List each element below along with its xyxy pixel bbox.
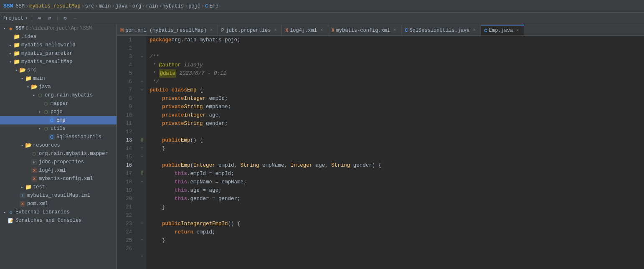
folder-icon-resources: 📂 [25,142,32,149]
arrow-mybatis-parameter: ▸ [8,51,13,56]
breadcrumb-mybatis[interactable]: mybatis [163,3,184,9]
gutter-15 [138,161,146,169]
sidebar-item-src[interactable]: ▾ 📂 src [0,66,117,74]
sidebar-item-test[interactable]: ▸ 📁 test [0,183,117,191]
tab-close-emp[interactable]: × [515,28,520,33]
settings-icon[interactable]: ⚙ [62,15,68,22]
java-icon-emp: C [48,117,55,124]
gutter-3[interactable]: ▾ [138,53,146,61]
tab-log4j[interactable]: X log4j.xml × [282,25,328,36]
arrow-mybatis-helloworld: ▸ [8,43,13,48]
sidebar-item-org-rain-mybatis-mapper[interactable]: ⬡ org.rain.mybatis.mapper [0,150,117,158]
arrow-resources: ▾ [19,143,25,148]
toolbar-dropdown-arrow[interactable]: ▾ [25,16,27,20]
line-num-10: 10 [117,111,134,119]
sidebar-item-org-rain-mybatis[interactable]: ▾ ⬡ org.rain.mybatis [0,91,117,99]
sidebar-item-pojo[interactable]: ▾ ⬡ pojo [0,108,117,116]
props-icon-jdbc: P [31,159,38,165]
tab-close-pom[interactable]: × [208,28,214,33]
gutter-7[interactable]: ▾ [138,86,146,94]
sidebar-item-sqlsessionutils[interactable]: C SqlSessionUtils [0,133,117,141]
tab-jdbc-properties[interactable]: P jdbc.properties × [218,25,282,36]
label-test: test [33,184,45,190]
tab-sqlsessionutils[interactable]: C SqlSessionUtils.java × [401,25,481,36]
sidebar-item-external-libs[interactable]: ▸ ⚙ External Libraries [0,208,117,216]
tab-close-jdbc[interactable]: × [272,28,278,33]
package-icon-utils: ⬡ [43,125,49,132]
breadcrumb-rain[interactable]: rain [146,3,158,9]
breadcrumb-org[interactable]: org [132,3,142,9]
sidebar-item-pom-xml[interactable]: X pom.xml [0,200,117,208]
right-panel: M pom.xml (mybatis_resultMap) × P jdbc.p… [117,24,644,269]
gutter-6[interactable]: ▾ [138,78,146,86]
sidebar-item-main[interactable]: ▾ 📁 main [0,74,117,83]
sidebar-item-idea[interactable]: 📁 .idea [0,33,117,41]
sidebar-item-resources[interactable]: ▾ 📂 resources [0,141,117,150]
sidebar-item-utils[interactable]: ▾ ⬡ utils [0,124,117,133]
collapse-icon[interactable]: — [72,15,79,22]
sidebar-item-mybatis-config[interactable]: X mybatis-config.xml [0,175,117,183]
tab-close-sqlsessionutils[interactable]: × [472,28,477,33]
tab-emp[interactable]: C Emp.java × [481,25,525,36]
label-pom: pom.xml [27,201,48,207]
toolbar-separator-2 [57,15,58,22]
code-line-5: * @date 2023/6/7 - 0:11 [146,69,644,78]
arrow-java: ▾ [25,85,31,89]
gutter-16-at: @ [138,169,146,178]
line-num-24: 24 [117,228,134,236]
package-icon-pojo: ⬡ [43,109,49,115]
sidebar-item-jdbc-properties[interactable]: P jdbc.properties [0,158,117,166]
breadcrumb-mybatis-resultmap[interactable]: mybatis_resultMap [29,3,80,9]
breadcrumb-src[interactable]: src [85,3,94,9]
tab-close-log4j[interactable]: × [319,28,325,33]
sidebar-item-mapper[interactable]: ⬡ mapper [0,99,117,108]
toolbar: Project ▾ ⊕ ⇄ ⚙ — [0,13,644,24]
scroll-to-file-icon[interactable]: ⇄ [46,15,53,22]
tab-label-log4j: log4j.xml [290,28,317,33]
arrow-src: ▾ [13,68,19,73]
breadcrumb-java[interactable]: java [116,3,128,9]
label-main: main [33,76,45,81]
gutter-21[interactable]: ▾ [138,219,146,227]
add-content-icon[interactable]: ⊕ [36,15,43,22]
label-pojo: pojo [51,109,63,115]
sidebar-item-scratches[interactable]: 📝 Scratches and Consoles [0,216,117,225]
line-num-16: 16 [117,161,134,170]
line-num-21: 21 [117,203,134,211]
tab-pom-xml[interactable]: M pom.xml (mybatis_resultMap) × [117,25,218,36]
sidebar-item-log4j[interactable]: X log4j.xml [0,166,117,175]
sidebar-item-iml[interactable]: I mybatis_resultMap.iml [0,191,117,200]
code-line-4: * @author liaojy [146,61,644,69]
line-num-15: 15 [117,153,134,161]
sidebar-item-java[interactable]: ▾ 📂 java [0,83,117,91]
gutter-23[interactable]: ▾ [138,236,146,244]
sidebar-item-emp[interactable]: C Emp [0,116,117,124]
code-content[interactable]: package org.rain.mybatis.pojo; /** * @au… [146,36,644,269]
sidebar-item-mybatis-helloworld[interactable]: ▸ 📁 mybatis_helloworld [0,41,117,49]
breadcrumb-emp[interactable]: C Emp [205,3,218,9]
code-line-6: */ [146,78,644,86]
breadcrumb-ssm[interactable]: SSM [15,3,25,9]
line-num-14: 14 [117,145,134,153]
label-org-rain-mybatis-mapper: org.rain.mybatis.mapper [39,151,108,157]
arrow-mybatis-resultmap: ▾ [8,60,13,64]
code-line-2 [146,44,644,53]
gutter-16b[interactable]: ▾ [138,178,146,186]
tab-icon-sqlsessionutils: C [405,28,408,33]
sidebar-item-mybatis-resultmap[interactable]: ▾ 📁 mybatis_resultMap [0,58,117,66]
tab-mybatis-config[interactable]: X mybatis-config.xml × [328,25,401,36]
folder-icon-main: 📁 [25,75,32,82]
tab-close-mybatis-config[interactable]: × [392,28,398,33]
line-num-26: 26 [117,245,134,253]
gutter-14[interactable]: ▾ [138,152,146,161]
breadcrumb-main[interactable]: main [99,3,111,9]
line-num-8: 8 [117,94,134,103]
line-num-25: 25 [117,236,134,245]
code-line-17: this.empId = empId; [146,170,644,178]
sidebar-item-mybatis-parameter[interactable]: ▸ 📁 mybatis_parameter [0,49,117,58]
breadcrumb-pojo[interactable]: pojo [188,3,200,9]
sidebar-item-ssm[interactable]: ▾ ◆ SSM D:\ideaPorject\Apr\SSM [0,24,117,33]
gutter-25[interactable]: ▾ [138,252,146,261]
toolbar-separator-1 [32,15,32,22]
gutter-13b[interactable]: ▾ [138,144,146,152]
